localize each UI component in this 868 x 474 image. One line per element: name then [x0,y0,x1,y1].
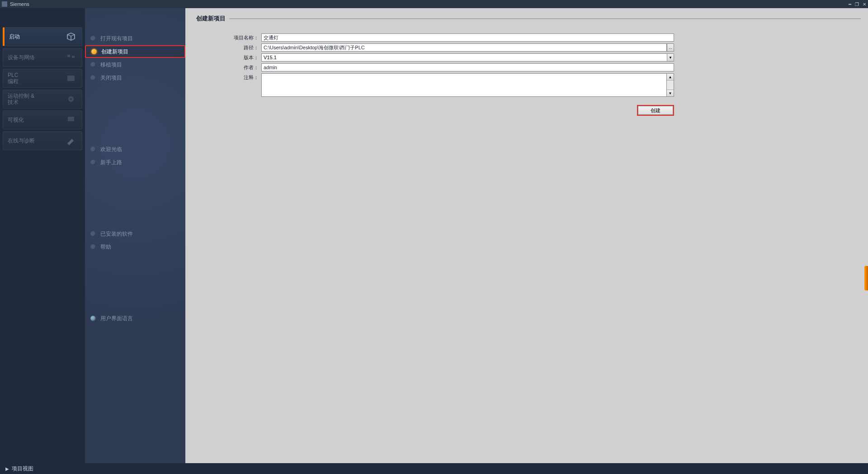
cube-icon [65,31,77,42]
path-label: 路径： [196,43,261,52]
bullet-icon [90,244,96,250]
sub-language-label: 用户界面语言 [100,315,133,322]
create-button[interactable]: 创建 [638,106,673,115]
author-input[interactable] [261,63,674,71]
sub-open-label: 打开现有项目 [100,35,133,43]
sub-welcome[interactable]: 欢迎光临 [85,143,185,156]
project-name-label: 项目名称： [196,33,261,42]
bullet-icon [91,49,97,54]
wrench-icon [65,135,77,146]
nav-motion-label: 运动控制 & 技术 [8,93,65,106]
bottom-bar: ▶ 项目视图 [0,463,868,474]
author-label: 作者： [196,63,261,71]
sub-migrate-label: 移植项目 [100,61,122,69]
nav-motion[interactable]: 运动控制 & 技术 [3,90,82,109]
path-input[interactable] [261,43,667,52]
left-nav: 启动 设备与网络 PLC 编程 运动控制 & 技术 可视化 在线与诊断 [0,8,85,463]
nav-online-label: 在线与诊断 [8,137,65,144]
nav-plc[interactable]: PLC 编程 [3,69,82,88]
scroll-up-icon[interactable]: ▲ [667,74,674,81]
sub-migrate-project[interactable]: 移植项目 [85,58,185,71]
bullet-icon [90,62,96,67]
sub-create-label: 创建新项目 [101,48,128,56]
bullet-icon [90,231,96,237]
sub-close-project[interactable]: 关闭项目 [85,71,185,84]
comment-label: 注释： [196,73,261,81]
bullet-icon [90,160,96,165]
app-icon [2,1,7,7]
nav-plc-label: PLC 编程 [8,72,65,85]
right-accent-handle[interactable] [864,266,868,290]
version-select[interactable] [261,53,674,62]
devices-icon [65,52,77,63]
scroll-down-icon[interactable]: ▼ [667,90,674,96]
comment-textarea[interactable] [261,73,667,97]
screen-icon [65,114,77,125]
project-name-input[interactable] [261,33,674,42]
titlebar: Siemens ━ ❐ ✕ [0,0,868,8]
nav-start-label: 启动 [9,33,65,40]
svg-rect-3 [68,117,74,121]
bullet-icon [90,75,96,81]
sub-installed-label: 已安装的软件 [100,230,133,238]
nav-devices-label: 设备与网络 [8,54,65,61]
sub-language[interactable]: 用户界面语言 [85,312,185,325]
sub-welcome-label: 欢迎光临 [100,146,122,153]
content-title: 创建新项目 [196,14,226,23]
path-browse-button[interactable]: ... [667,43,674,52]
window-controls: ━ ❐ ✕ [849,2,866,7]
sub-firststeps-label: 新手上路 [100,159,122,166]
nav-visual-label: 可视化 [8,117,65,123]
create-form: 项目名称： 路径： ... 版本： ▼ [196,33,861,115]
sub-installed[interactable]: 已安装的软件 [85,228,185,240]
bullet-icon [90,36,96,41]
sub-panel: 打开现有项目 创建新项目 移植项目 关闭项目 欢迎光临 新手上路 [85,8,185,463]
sub-firststeps[interactable]: 新手上路 [85,156,185,169]
minimize-button[interactable]: ━ [849,2,851,7]
title-divider [229,19,861,19]
nav-online[interactable]: 在线与诊断 [3,131,82,150]
sub-create-project[interactable]: 创建新项目 [85,45,185,58]
project-view-link[interactable]: 项目视图 [12,465,33,473]
content-panel: 创建新项目 项目名称： 路径： ... 版本： [185,8,868,463]
sub-close-label: 关闭项目 [100,74,122,82]
nav-devices[interactable]: 设备与网络 [3,48,82,67]
sub-help[interactable]: 帮助 [85,241,185,253]
globe-icon [90,316,96,321]
nav-visual[interactable]: 可视化 [3,110,82,129]
app-name: Siemens [10,1,29,7]
content-title-row: 创建新项目 [196,14,861,23]
nav-start[interactable]: 启动 [3,27,82,46]
svg-point-2 [70,98,72,100]
sub-open-project[interactable]: 打开现有项目 [85,32,185,45]
plc-icon [65,73,77,84]
arrow-right-icon: ▶ [5,466,9,471]
bullet-icon [90,147,96,152]
close-button[interactable]: ✕ [863,2,866,7]
textarea-scrollbar[interactable]: ▲ ▼ [667,73,674,97]
svg-rect-0 [67,76,75,81]
gear-icon [65,94,77,104]
maximize-button[interactable]: ❐ [855,2,859,7]
version-label: 版本： [196,53,261,62]
sub-help-label: 帮助 [100,243,111,251]
